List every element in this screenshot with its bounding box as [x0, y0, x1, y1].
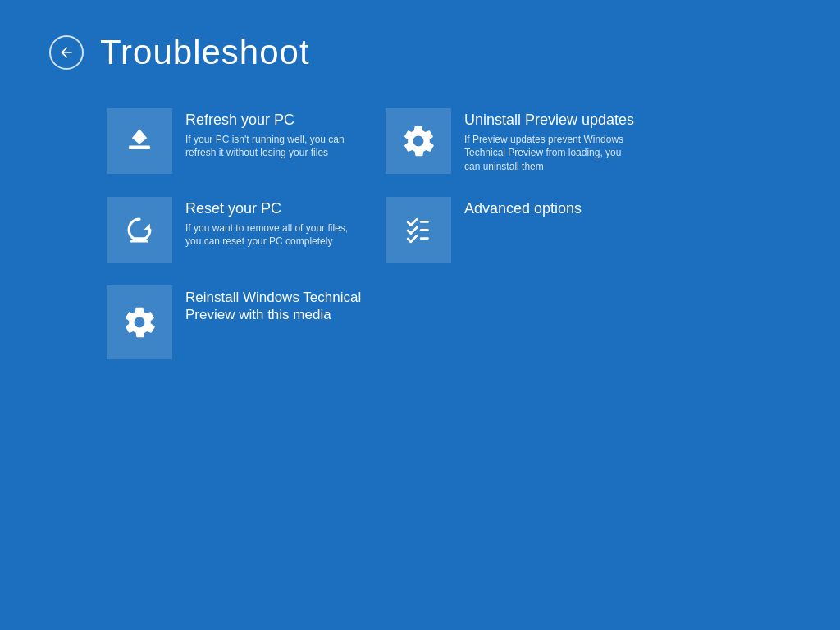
svg-marker-1 — [132, 129, 147, 144]
uninstall-icon-box — [386, 108, 451, 174]
svg-rect-10 — [420, 229, 429, 231]
checklist-icon — [400, 212, 436, 248]
back-button[interactable] — [49, 35, 84, 70]
reinstall-text: Reinstall Windows Technical Preview with… — [185, 285, 369, 327]
svg-line-6 — [411, 219, 417, 225]
advanced-options-text: Advanced options — [464, 197, 582, 221]
reset-pc-title: Reset your PC — [185, 200, 349, 218]
option-reset-pc[interactable]: Reset your PC If you want to remove all … — [107, 185, 386, 274]
svg-line-12 — [411, 235, 417, 241]
refresh-pc-title: Refresh your PC — [185, 112, 349, 130]
header: Troubleshoot — [0, 0, 840, 97]
page-title: Troubleshoot — [100, 33, 310, 72]
svg-rect-0 — [129, 146, 150, 150]
option-reinstall-windows[interactable]: Reinstall Windows Technical Preview with… — [107, 274, 386, 371]
svg-rect-13 — [420, 237, 429, 240]
gear-icon — [121, 304, 158, 340]
advanced-options-title: Advanced options — [464, 200, 582, 218]
refresh-pc-text: Refresh your PC If your PC isn't running… — [185, 108, 349, 160]
option-refresh-pc[interactable]: Refresh your PC If your PC isn't running… — [107, 97, 386, 185]
uninstall-updates-text: Uninstall Preview updates If Preview upd… — [464, 108, 634, 174]
troubleshoot-page: Troubleshoot Refresh your PC If your PC … — [0, 0, 840, 630]
option-uninstall-updates[interactable]: Uninstall Preview updates If Preview upd… — [386, 97, 664, 185]
uninstall-gear-icon — [400, 123, 436, 159]
reset-pc-text: Reset your PC If you want to remove all … — [185, 197, 349, 249]
uninstall-updates-desc: If Preview updates prevent Windows Techn… — [464, 133, 628, 174]
right-column: Uninstall Preview updates If Preview upd… — [386, 97, 664, 371]
svg-rect-7 — [420, 221, 429, 223]
svg-line-9 — [411, 227, 417, 233]
left-column: Refresh your PC If your PC isn't running… — [107, 97, 386, 371]
option-advanced-options[interactable]: Advanced options — [386, 185, 664, 274]
svg-rect-3 — [134, 237, 146, 240]
advanced-icon-box — [386, 197, 451, 262]
refresh-pc-desc: If your PC isn't running well, you can r… — [185, 133, 349, 161]
reset-pc-desc: If you want to remove all of your files,… — [185, 221, 349, 249]
svg-marker-2 — [144, 224, 150, 230]
uninstall-updates-title: Uninstall Preview updates — [464, 112, 634, 130]
reinstall-icon-box — [107, 285, 172, 359]
reset-pc-icon-box — [107, 197, 172, 262]
reset-icon — [121, 212, 158, 248]
reinstall-title: Reinstall Windows Technical Preview with… — [185, 289, 369, 324]
refresh-pc-icon-box — [107, 108, 172, 174]
options-grid: Refresh your PC If your PC isn't running… — [0, 97, 840, 371]
svg-rect-4 — [130, 240, 148, 243]
refresh-icon — [121, 123, 158, 159]
back-arrow-icon — [58, 44, 75, 61]
